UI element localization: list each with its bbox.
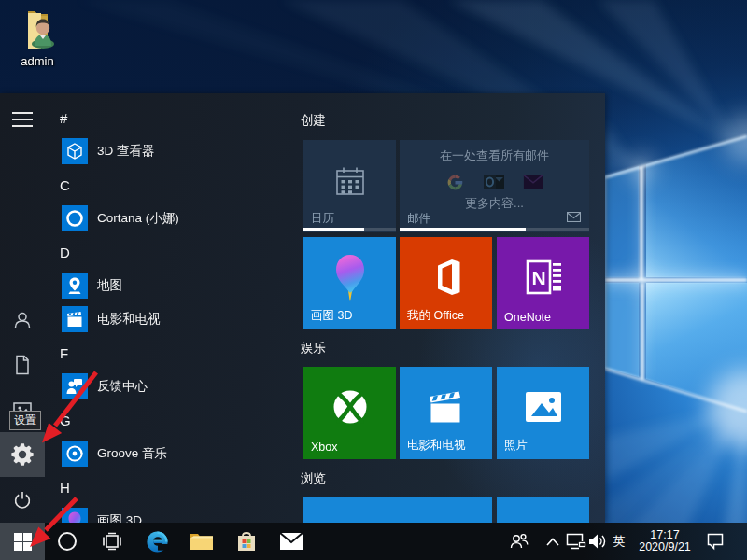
app-list-letter[interactable]: D — [52, 235, 297, 269]
app-list-letter-label: D — [52, 245, 70, 260]
tile-movies-tv[interactable]: 电影和电视 — [400, 367, 492, 459]
tile-mail[interactable]: 在一处查看所有邮件 — [400, 140, 589, 232]
google-icon — [445, 173, 465, 192]
app-list-letter[interactable]: F — [52, 336, 297, 370]
clock-date: 2020/9/21 — [631, 541, 698, 553]
movies-tv-icon — [62, 306, 88, 332]
app-list-letter[interactable]: C — [52, 168, 297, 202]
app-list-letter[interactable]: G — [52, 403, 297, 437]
tile-my-office[interactable]: 我的 Office — [400, 237, 492, 329]
app-label: 3D 查看器 — [97, 143, 155, 160]
tile-label: Xbox — [311, 441, 338, 454]
settings-tooltip: 设置 — [9, 411, 41, 430]
menu-expand-button[interactable] — [0, 97, 45, 142]
app-list-letter-label: F — [52, 345, 68, 361]
app-list-letter[interactable]: # — [52, 101, 297, 134]
documents-icon — [11, 354, 34, 376]
svg-text:N: N — [531, 267, 545, 288]
app-list-letter-label: H — [52, 480, 70, 496]
tile-label: OneNote — [504, 311, 551, 324]
user-account-button[interactable] — [0, 298, 45, 343]
groove-music-icon — [62, 441, 88, 467]
settings-button[interactable] — [0, 432, 45, 477]
tile-browse-wide[interactable] — [303, 497, 492, 523]
tile-onenote[interactable]: N OneNote — [497, 237, 589, 329]
tile-progress — [303, 228, 396, 231]
paint-3d-icon — [62, 508, 88, 523]
3d-viewer-icon — [62, 138, 88, 164]
maps-icon — [62, 273, 88, 299]
envelope-provider-icon — [523, 174, 543, 190]
people-icon — [509, 532, 529, 551]
outlook-icon — [483, 172, 505, 192]
app-label: 画图 3D — [97, 512, 142, 523]
mail-badge-icon — [567, 209, 581, 226]
onenote-icon: N — [497, 237, 589, 316]
ime-indicator[interactable]: 英 — [608, 523, 630, 560]
tile-label: 画图 3D — [311, 308, 352, 324]
taskbar-clock[interactable]: 17:17 2020/9/21 — [631, 523, 698, 560]
system-tray: 英 17:17 2020/9/21 — [0, 523, 747, 560]
xbox-icon — [303, 367, 396, 446]
tile-label: 电影和电视 — [407, 438, 466, 454]
tile-label: 照片 — [504, 438, 528, 454]
power-icon — [11, 489, 34, 511]
start-menu: # 3D 查看器 C Cortana (小娜) — [0, 93, 605, 523]
gear-icon — [10, 442, 35, 467]
volume-button[interactable] — [586, 523, 609, 560]
start-rail — [0, 93, 45, 523]
tile-group-header-create: 创建 — [301, 112, 326, 129]
chevron-up-icon — [545, 537, 560, 546]
tile-calendar[interactable]: 日历 — [303, 140, 396, 232]
volume-icon — [588, 533, 607, 550]
tile-progress-fill — [303, 228, 364, 231]
app-list-letter-label: C — [52, 177, 70, 193]
app-list-item-feedback-hub[interactable]: 反馈中心 — [52, 370, 297, 403]
show-hidden-icons-button[interactable] — [542, 523, 564, 560]
cortana-icon — [62, 205, 88, 231]
app-label: 反馈中心 — [97, 378, 148, 395]
tile-xbox[interactable]: Xbox — [303, 367, 396, 459]
mail-tile-more: 更多内容... — [400, 195, 589, 212]
tile-label: 邮件 — [407, 211, 430, 227]
network-icon — [566, 533, 586, 550]
desktop: admin — [0, 0, 747, 560]
tile-browse-small[interactable] — [497, 497, 589, 523]
app-list-letter-label: # — [52, 110, 67, 126]
office-icon — [400, 237, 492, 316]
mail-tile-headline: 在一处查看所有邮件 — [400, 147, 589, 164]
people-button[interactable] — [508, 523, 530, 560]
app-list-item-cortana[interactable]: Cortana (小娜) — [52, 202, 297, 235]
app-list-item-maps[interactable]: 地图 — [52, 269, 297, 302]
photos-icon — [497, 367, 589, 446]
tile-group-header-entertainment: 娱乐 — [301, 340, 326, 357]
app-list: # 3D 查看器 C Cortana (小娜) — [52, 101, 297, 523]
tile-label: 我的 Office — [407, 308, 464, 324]
app-list-letter[interactable]: H — [52, 470, 297, 504]
tile-progress-fill — [400, 228, 526, 231]
app-list-item-3d-viewer[interactable]: 3D 查看器 — [52, 134, 297, 168]
app-list-item-movies-tv[interactable]: 电影和电视 — [52, 302, 297, 336]
tile-group-header-browse: 浏览 — [301, 470, 326, 487]
tile-paint-3d[interactable]: 画图 3D — [303, 237, 396, 329]
movies-tv-tile-icon — [400, 367, 492, 446]
hamburger-icon — [12, 111, 33, 128]
app-label: 地图 — [97, 277, 122, 294]
tile-progress — [400, 228, 589, 231]
taskbar: 英 17:17 2020/9/21 — [0, 523, 747, 560]
app-list-item-groove-music[interactable]: Groove 音乐 — [52, 437, 297, 470]
documents-button[interactable] — [0, 343, 45, 387]
feedback-hub-icon — [62, 373, 88, 399]
network-button[interactable] — [565, 523, 587, 560]
app-label: Groove 音乐 — [97, 445, 167, 462]
app-label: 电影和电视 — [97, 311, 161, 328]
user-folder-icon — [16, 8, 59, 51]
app-list-letter-label: G — [52, 413, 71, 428]
app-list-item-paint-3d[interactable]: 画图 3D — [52, 504, 297, 523]
power-button[interactable] — [0, 477, 45, 523]
action-center-button[interactable] — [704, 523, 726, 560]
paint-3d-tile-icon — [303, 237, 396, 316]
desktop-icon-admin[interactable]: admin — [6, 8, 69, 68]
tile-photos[interactable]: 照片 — [497, 367, 589, 459]
desktop-icon-label: admin — [6, 54, 69, 68]
